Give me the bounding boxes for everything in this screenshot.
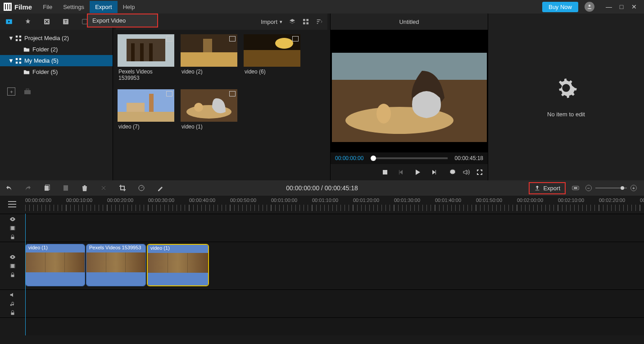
clip-thumbnail[interactable] xyxy=(244,34,300,67)
color-button[interactable] xyxy=(157,184,164,192)
text-tab-icon[interactable]: T xyxy=(61,17,70,26)
settings-icon[interactable] xyxy=(449,169,456,176)
stop-button[interactable] xyxy=(381,169,389,176)
timeline: 00:00:00:0000:00:10:0000:00:20:0000:00:3… xyxy=(0,196,644,335)
ruler-tick: 00:02:00:00 xyxy=(517,196,558,203)
media-tab-icon[interactable] xyxy=(5,17,14,26)
svg-rect-16 xyxy=(303,19,305,21)
scrub-bar[interactable] xyxy=(371,157,447,159)
menu-settings[interactable]: Settings xyxy=(58,1,90,13)
svg-rect-10 xyxy=(16,58,18,60)
video-badge-icon xyxy=(292,36,299,41)
project-media-node[interactable]: ▼ Project Media (2) xyxy=(0,32,113,44)
timeline-toolbar: 00:00:00:00 / 00:00:45:18 Export − + xyxy=(0,180,644,196)
split-button[interactable] xyxy=(100,184,107,192)
eye-icon[interactable] xyxy=(9,216,16,222)
menu-bar: File Settings Export Help xyxy=(37,1,140,13)
media-clip[interactable]: Pexels Videos 1539953 xyxy=(118,34,174,83)
menu-help[interactable]: Help xyxy=(118,1,141,13)
buy-now-button[interactable]: Buy Now xyxy=(542,2,578,12)
transitions-tab-icon[interactable] xyxy=(42,17,51,26)
timeline-clip[interactable]: video (1) xyxy=(25,244,85,286)
zoom-in-button[interactable]: + xyxy=(630,185,637,191)
lock-icon[interactable] xyxy=(9,234,16,240)
timeline-clip[interactable]: Pexels Videos 1539953 xyxy=(86,244,146,286)
svg-rect-34 xyxy=(127,103,145,112)
briefcase-icon[interactable] xyxy=(23,87,32,96)
paste-button[interactable] xyxy=(62,184,69,192)
crop-button[interactable] xyxy=(119,184,126,192)
effects-tab-icon[interactable] xyxy=(23,17,32,26)
scrub-knob[interactable] xyxy=(371,156,376,161)
my-folder-node[interactable]: Folder (5) xyxy=(0,66,113,78)
add-folder-button[interactable]: ＋ xyxy=(7,87,15,96)
zoom-slider[interactable] xyxy=(595,188,627,188)
ruler-tick: 00:02:20:00 xyxy=(599,196,640,203)
clip-thumbnail[interactable] xyxy=(118,89,174,122)
gear-icon xyxy=(554,76,578,101)
no-item-label: No item to edit xyxy=(547,111,585,118)
clip-thumbnail[interactable] xyxy=(181,34,237,67)
svg-rect-39 xyxy=(332,53,487,80)
lock-icon[interactable] xyxy=(9,272,16,278)
filme-logo-icon xyxy=(4,3,12,11)
prev-frame-button[interactable] xyxy=(398,169,405,176)
svg-rect-9 xyxy=(19,39,21,41)
folder-icon xyxy=(23,69,30,75)
svg-rect-22 xyxy=(131,43,135,61)
svg-rect-6 xyxy=(16,35,18,37)
fit-button[interactable] xyxy=(572,184,579,192)
undo-button[interactable] xyxy=(5,184,13,192)
fullscreen-icon[interactable] xyxy=(476,169,483,176)
clip-label: Pexels Videos 1539953 xyxy=(118,67,174,83)
volume-icon[interactable] xyxy=(463,169,470,176)
timecode-current: 00:00:00:00 xyxy=(335,155,363,161)
eye-icon[interactable] xyxy=(9,254,16,260)
clip-label: video (6) xyxy=(244,67,300,77)
clip-thumbnail[interactable] xyxy=(118,34,174,67)
project-folder-node[interactable]: Folder (2) xyxy=(0,44,113,55)
export-button[interactable]: Export xyxy=(529,182,566,194)
play-button[interactable] xyxy=(414,169,421,176)
audio-track-1 xyxy=(0,289,644,317)
ruler-tick: 00:00:20:00 xyxy=(107,196,148,203)
media-clip[interactable]: video (7) xyxy=(118,89,174,132)
clip-thumbnail[interactable] xyxy=(181,89,237,122)
menu-file[interactable]: File xyxy=(37,1,58,13)
my-media-node[interactable]: ▼ My Media (5) xyxy=(0,55,113,66)
maximize-button[interactable]: □ xyxy=(615,3,628,10)
user-avatar[interactable] xyxy=(585,2,594,12)
zoom-out-button[interactable]: − xyxy=(585,185,592,191)
copy-button[interactable] xyxy=(43,184,50,192)
transport-bar: 00:00:00:00 00:00:45:18 xyxy=(331,152,488,164)
empty-track xyxy=(0,317,644,335)
import-button[interactable]: Import▾ xyxy=(261,18,282,25)
grid-view-icon[interactable] xyxy=(302,18,309,25)
redo-button[interactable] xyxy=(24,184,32,192)
menu-export[interactable]: Export xyxy=(90,1,118,13)
time-ruler[interactable]: 00:00:00:0000:00:10:0000:00:20:0000:00:3… xyxy=(0,196,644,214)
ruler-tick: 00:00:00:00 xyxy=(25,196,66,203)
svg-rect-27 xyxy=(203,39,212,52)
speed-button[interactable] xyxy=(138,184,145,192)
zoom-knob[interactable] xyxy=(621,186,624,190)
svg-point-41 xyxy=(376,104,391,124)
media-clip[interactable]: video (1) xyxy=(181,89,237,132)
delete-button[interactable] xyxy=(81,184,88,192)
export-video-item[interactable]: Export Video xyxy=(88,14,157,27)
properties-panel: No item to edit xyxy=(488,14,644,180)
video-badge-icon xyxy=(166,91,172,96)
layers-icon[interactable] xyxy=(289,18,296,25)
close-button[interactable]: ✕ xyxy=(628,3,640,10)
sort-icon[interactable] xyxy=(316,18,323,25)
minimize-button[interactable]: — xyxy=(603,3,615,10)
media-clip[interactable]: video (2) xyxy=(181,34,237,83)
volume-icon[interactable] xyxy=(9,292,16,298)
next-frame-button[interactable] xyxy=(430,169,437,176)
lock-icon[interactable] xyxy=(9,310,16,316)
timeline-clip[interactable]: video (1) xyxy=(147,244,209,286)
playhead[interactable] xyxy=(25,214,26,335)
clip-label: video (7) xyxy=(118,122,174,132)
media-clip[interactable]: video (6) xyxy=(244,34,300,83)
track-menu-icon[interactable] xyxy=(8,201,16,207)
